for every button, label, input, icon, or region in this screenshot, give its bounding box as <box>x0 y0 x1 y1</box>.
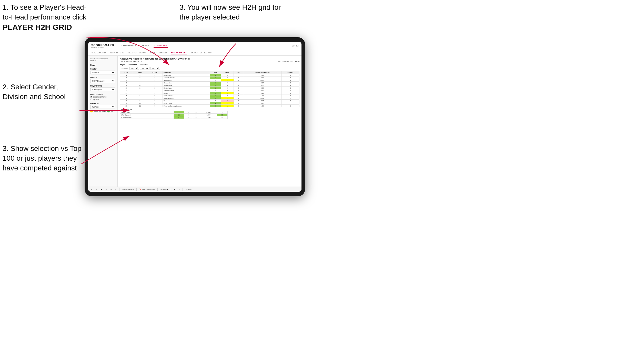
view-original-button[interactable]: 👁 View: Original <box>122 188 135 190</box>
player-rank-select[interactable]: 8. Katelyn Vo <box>90 88 115 91</box>
instruction-step3-left: 3. Show selection vs Top 100 or just pla… <box>3 144 82 173</box>
th-div: # Div <box>120 71 133 74</box>
radio-top100 <box>90 99 92 100</box>
main-content: Last Updated: 27/03/2024 16:55:30 Player… <box>88 56 301 187</box>
opponents-played-option[interactable]: Opponents Played <box>90 96 115 98</box>
out-of-division-table: Foreign Team 1 0 0 4.500 2 NAIA Division… <box>120 111 228 119</box>
gender-label: Gender <box>90 68 115 70</box>
down-label: Down <box>94 110 98 112</box>
out-of-division-header: Out of division <box>120 109 299 110</box>
filter-row: Region Conference Opponent <box>120 64 299 65</box>
player-section: Player <box>90 64 115 66</box>
table-row: 9 1 4 Sharon Mun 1 0 3.67 3 <box>120 82 299 84</box>
opponent-view-label: Opponent view <box>90 93 115 95</box>
save-custom-view-button[interactable]: 🔖 Save Custom View <box>139 188 155 190</box>
subnav-player-summary[interactable]: PLAYER SUMMARY <box>150 51 167 54</box>
player-rank-filter: Player (Rank) 8. Katelyn Vo <box>90 85 115 91</box>
instruction-step2: 2. Select Gender, Division and School <box>3 82 79 102</box>
th-conf: # Conf <box>147 71 163 74</box>
division-select[interactable]: NCAA Division III <box>90 79 115 83</box>
top100-option[interactable]: Top 100 <box>90 99 115 100</box>
colour-by-select[interactable]: Win/loss <box>90 105 115 109</box>
subnav-team-summary[interactable]: TEAM SUMMARY <box>91 51 106 54</box>
logo-sub: Powered by clippd <box>91 47 114 48</box>
opponent-view-options: Opponents Played Top 100 <box>90 96 115 100</box>
player-rank-label: Player (Rank) <box>90 85 115 87</box>
add-button[interactable]: + <box>115 188 117 190</box>
all-select-2[interactable]: (All) <box>140 67 149 70</box>
opponent-view-section: Opponent view Opponents Played Top 100 <box>90 93 115 100</box>
radio-opponents-played <box>90 96 92 98</box>
table-row: 15 8 5 Stella Cheng 1 0 0 1.25 4 <box>120 94 299 97</box>
bottom-toolbar: ↩ ↪ ◀ ⊞ ↺ + 👁 View: Original 🔖 Save Cust… <box>88 187 301 192</box>
tablet-device: SCOREBOARD Powered by clippd TOURNAMENTS… <box>85 37 305 196</box>
toolbar-sep-2 <box>136 188 137 191</box>
nav-teams[interactable]: TEAMS <box>141 44 150 48</box>
toolbar-sep-5 <box>183 188 183 191</box>
watch-button[interactable]: 👁 Watch ▾ <box>160 188 169 190</box>
subnav-player-h2h-heatmap[interactable]: PLAYER H2H HEATMAP <box>191 51 211 54</box>
subnav-team-h2h-grid[interactable]: TEAM H2H GRID <box>110 51 124 54</box>
all-select-3[interactable]: (All) <box>150 67 160 70</box>
table-row: 20 11 7 Federica Domecq Lacroze 2 1 0 1.… <box>120 105 299 107</box>
toolbar-sep-3 <box>157 188 158 191</box>
right-content: Katelyn Vo Head-to-Head Grid for Women's… <box>118 56 301 187</box>
grid-button[interactable]: ⊞ <box>105 188 108 190</box>
table-row: 14 7 4 Eunice Yi 2 2 0 0.38 9 <box>120 92 299 94</box>
level-color-dot <box>99 110 101 112</box>
th-diff: Diff Av Strokes/Rnd <box>243 71 281 74</box>
tablet-screen: SCOREBOARD Powered by clippd TOURNAMENTS… <box>88 42 301 192</box>
table-row: 19 10 6 Emily Chang 4 1 0 0.30 11 <box>120 102 299 105</box>
table-row: 13 1 1 Jessica Huang 0 0 0 -3.00 2 <box>120 89 299 92</box>
th-reg: # Reg <box>133 71 147 74</box>
share-button[interactable]: ↗ Share <box>185 188 192 190</box>
out-of-division-body: Foreign Team 1 0 0 4.500 2 NAIA Division… <box>120 111 228 119</box>
division-record: Division Record: 331 - 34 - 6 <box>277 61 299 62</box>
up-color-dot <box>107 110 110 112</box>
all-select-1[interactable]: (All) <box>129 67 139 70</box>
division-label: Division <box>90 76 115 78</box>
subnav-player-h2h-grid[interactable]: PLAYER H2H GRID <box>171 51 187 54</box>
down-color-dot <box>90 110 93 112</box>
redo-button[interactable]: ↪ <box>95 188 98 190</box>
opponent-filter-group: Opponent <box>140 64 148 65</box>
conference-filter-label: Conference <box>128 64 137 65</box>
undo-button[interactable]: ↩ <box>90 188 93 190</box>
table-row: NCAA Division 2 5 0 0 7.400 10 <box>120 116 228 119</box>
overall-record: Overall Record: 353 - 34 - 6 <box>120 61 142 62</box>
table-row: 10 6 3 Andrea York 2 0 0 4.00 4 <box>120 84 299 87</box>
opponents-filter-inline: Opponents: (All) (All) (All) <box>120 67 299 70</box>
nav-committee[interactable]: COMMITTEE <box>154 44 168 48</box>
download-button[interactable]: ⬇ <box>173 188 176 190</box>
table-row: 16 1 3 Jessica Mason 1 2 0 -0.94 7 <box>120 97 299 100</box>
back-button[interactable]: ◀ <box>100 188 103 190</box>
th-opponent: Opponent <box>163 71 210 74</box>
last-updated: Last Updated: 27/03/2024 16:55:30 <box>90 58 115 62</box>
refresh-button[interactable]: ↺ <box>110 188 113 190</box>
gender-select[interactable]: Women's <box>90 71 115 74</box>
colour-legend: Down Level Up <box>90 110 115 112</box>
h2h-title: Katelyn Vo Head-to-Head Grid for Women's… <box>120 57 299 60</box>
sub-nav: TEAM SUMMARY TEAM H2H GRID TEAM H2H HEAT… <box>88 50 301 56</box>
toolbar-sep-4 <box>171 188 171 191</box>
left-panel: Last Updated: 27/03/2024 16:55:30 Player… <box>88 56 118 187</box>
region-filter-label: Region <box>120 64 125 65</box>
toolbar-sep-1 <box>119 188 119 191</box>
instruction-step3-right: 3. You will now see H2H grid for the pla… <box>179 3 287 22</box>
player-label: Player <box>90 64 115 66</box>
th-loss: Loss <box>221 71 234 74</box>
h2h-table: # Div # Reg # Conf Opponent Win Loss Tie… <box>120 71 299 107</box>
colour-by-section: Colour by Win/loss Down Level Up <box>90 102 115 112</box>
th-rounds: Rounds <box>281 71 299 74</box>
table-row: 6 3 3 Sydney Kuo 0 1 0 -1.00 3 <box>120 79 299 82</box>
division-filter: Division NCAA Division III <box>90 76 115 83</box>
conference-filter-group: Conference <box>128 64 137 65</box>
nav-tournaments[interactable]: TOURNAMENTS <box>119 44 137 48</box>
th-tie: Tie <box>234 71 243 74</box>
table-row: 5 2 2 Alexis Sudjianto 1 0 0 4.00 3 <box>120 76 299 79</box>
subnav-team-h2h-heatmap[interactable]: TEAM H2H HEATMAP <box>128 51 146 54</box>
table-row: 11 2 5 Heejo Hyun 1 0 0 3.33 3 <box>120 87 299 89</box>
menu-button[interactable]: ≡ <box>178 188 180 190</box>
sign-out-button[interactable]: Sign out <box>292 45 298 47</box>
region-filter-group: Region <box>120 64 125 65</box>
